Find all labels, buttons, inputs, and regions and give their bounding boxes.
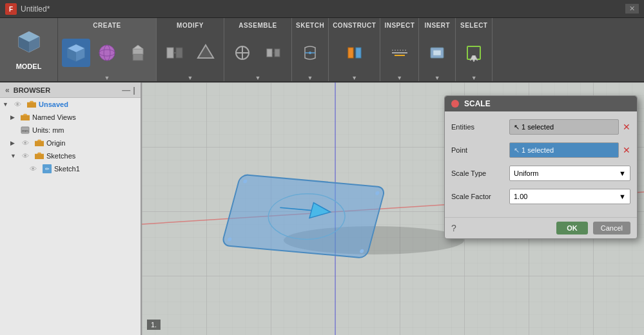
entities-row: Entities ↖ 1 selected ✕ [451,118,630,136]
sketch1-icon[interactable] [296,39,324,67]
construct-arrow[interactable]: ▼ [351,73,357,81]
scale-dialog: SCALE Entities ↖ 1 selected ✕ Point ↖ [444,95,638,239]
svg-rect-24 [267,49,272,57]
point-row: Point ↖ 1 selected ✕ [451,141,630,159]
tree-item-unsaved[interactable]: ▼ 👁 Unsaved [0,98,141,111]
select-label: SELECT [460,21,487,29]
construct-label: CONSTRUCT [333,21,376,29]
modify-arrow[interactable]: ▼ [188,73,193,81]
units-label: Units: mm [32,126,138,134]
svg-rect-35 [433,50,441,55]
eye-icon-origin[interactable]: 👁 [20,138,30,148]
insert-label: INSERT [424,21,450,29]
help-icon[interactable]: ? [451,223,456,233]
svg-rect-29 [348,48,353,58]
browser-minimize-icon[interactable]: — [122,85,130,95]
point-cursor-icon: ↖ [514,146,520,155]
scale-factor-row: Scale Factor 1.00 ▼ [451,187,630,206]
cancel-button[interactable]: Cancel [593,222,630,235]
sphere-tool-icon[interactable] [93,39,121,67]
scale-dialog-footer: ? OK Cancel [445,217,637,238]
sketch-label: SKETCH [296,21,324,29]
scale-factor-input[interactable]: 1.00 ▼ [509,189,630,204]
scale-type-label: Scale Type [451,169,509,177]
modify2-icon[interactable] [191,39,220,67]
tree-arrow-origin: ▶ [10,140,18,146]
dialog-buttons: OK Cancel [556,222,630,235]
svg-point-28 [309,52,311,54]
scale-factor-label: Scale Factor [451,193,509,200]
dialog-close-button[interactable] [451,100,459,108]
named-views-label: Named Views [32,113,138,121]
tree-item-sketches[interactable]: ▼ 👁 Sketches [0,149,141,162]
point-remove-icon[interactable]: ✕ [623,145,630,155]
svg-rect-25 [275,49,280,57]
modify1-icon[interactable] [161,39,189,67]
toolbar-section-select: SELECT ▼ [456,18,493,81]
sketch-arrow[interactable]: ▼ [307,73,313,81]
svg-rect-13 [133,54,143,61]
sketch-icon-sketch1: ✏ [42,164,52,174]
origin-label: Origin [46,139,138,147]
folder-icon-unsaved [26,99,37,110]
model-label: MODEL [16,62,42,70]
model-cube-icon [16,29,42,60]
browser-header: « BROWSER — | [0,82,141,98]
svg-marker-15 [133,45,143,49]
browser-expand-icon[interactable]: | [133,85,135,95]
toolbar-section-insert: INSERT ▼ [419,18,456,81]
scale-dialog-body: Entities ↖ 1 selected ✕ Point ↖ 1 select… [445,111,637,217]
eye-icon-unsaved[interactable]: 👁 [12,99,23,110]
assemble2-icon[interactable] [259,39,288,67]
svg-rect-14 [133,49,143,54]
svg-rect-44 [222,175,385,258]
select1-icon[interactable] [460,39,488,67]
assemble-label: ASSEMBLE [239,21,277,29]
assemble1-icon[interactable] [228,39,257,67]
tree-item-units[interactable]: ▶ mm Units: mm [0,124,141,137]
canvas-area[interactable]: 1. SCALE Entities ↖ 1 selected ✕ [142,82,644,335]
insert-arrow[interactable]: ▼ [434,73,440,81]
browser-tree: ▼ 👁 Unsaved ▶ [0,98,141,335]
construct1-icon[interactable] [340,39,369,67]
close-button[interactable]: ✕ [625,4,639,14]
tree-arrow-sketches: ▼ [10,153,18,159]
toolbar-section-inspect: INSPECT ▼ [380,18,419,81]
inspect1-icon[interactable] [385,39,414,67]
browser-panel: « BROWSER — | ▼ 👁 Unsaved ▶ [0,82,142,335]
assemble-arrow[interactable]: ▼ [255,73,261,81]
scale-type-row: Scale Type Uniform ▼ [451,164,630,182]
point-value-field[interactable]: ↖ 1 selected [509,142,619,158]
select-arrow[interactable]: ▼ [471,73,477,81]
toolbar-section-modify: MODIFY ▼ [157,18,224,81]
toolbar-section-assemble: ASSEMBLE ▼ [224,18,292,81]
insert1-icon[interactable] [423,39,451,67]
modify-label: MODIFY [177,21,204,29]
folder-icon-sketches [34,151,44,161]
tree-item-named-views[interactable]: ▶ Named Views [0,111,141,124]
ok-button[interactable]: OK [556,222,588,235]
scale-dialog-title: SCALE [464,99,491,108]
tree-item-origin[interactable]: ▶ 👁 Origin [0,137,141,149]
scale-type-select[interactable]: Uniform ▼ [509,166,630,181]
title-bar: F Untitled* ✕ [0,0,644,18]
extrude-tool-icon[interactable] [124,39,152,67]
units-icon: mm [20,125,30,135]
tree-item-sketch1[interactable]: ▶ 👁 ✏ Sketch1 [0,162,141,175]
box-tool-icon[interactable] [62,39,90,67]
inspect-arrow[interactable]: ▼ [396,73,402,81]
eye-icon-sketch1[interactable]: 👁 [28,164,38,174]
tree-arrow-named-views: ▶ [10,114,18,120]
svg-text:F: F [9,6,13,13]
browser-collapse-icon[interactable]: « [5,86,10,95]
eye-icon-sketches[interactable]: 👁 [20,151,30,161]
create-arrow[interactable]: ▼ [104,73,110,81]
inspect-label: INSPECT [384,21,415,29]
entities-remove-icon[interactable]: ✕ [623,122,630,132]
entities-value-field[interactable]: ↖ 1 selected [509,119,619,135]
app-icon: F [5,3,17,15]
svg-point-10 [99,45,115,61]
model-section[interactable]: MODEL [0,18,58,81]
scale-type-value: Uniform [514,169,539,177]
scale-dialog-header: SCALE [445,96,637,111]
